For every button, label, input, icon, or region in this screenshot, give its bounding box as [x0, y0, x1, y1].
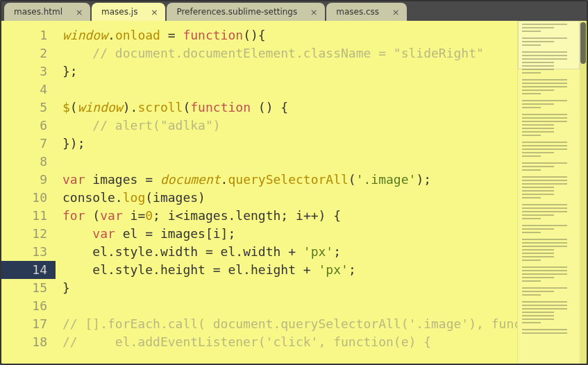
minimap-line — [522, 79, 567, 80]
code-line[interactable]: // el.addEventListener('click', function… — [56, 333, 517, 351]
minimap-line — [522, 173, 576, 174]
code-line[interactable]: // document.documentElement.className = … — [56, 44, 517, 62]
minimap-line — [522, 246, 567, 247]
minimap-line — [522, 103, 554, 105]
minimap-line — [522, 228, 554, 230]
minimap-line — [522, 24, 567, 25]
code-line[interactable]: // alert("adlka") — [56, 117, 517, 135]
minimap-line — [522, 145, 567, 146]
minimap-line — [522, 110, 576, 112]
line-number[interactable]: 11 — [1, 207, 56, 225]
minimap-line — [522, 117, 567, 119]
code-line[interactable]: }); — [56, 135, 517, 153]
minimap-line — [522, 287, 567, 289]
minimap-line — [522, 291, 554, 292]
minimap-line — [522, 312, 554, 313]
code-line[interactable]: var el = images[i]; — [56, 225, 517, 243]
minimap-line — [522, 148, 567, 150]
minimap[interactable] — [517, 21, 580, 364]
minimap-line — [522, 58, 567, 60]
close-icon[interactable]: × — [150, 8, 158, 16]
close-icon[interactable]: × — [392, 8, 400, 16]
minimap-line — [522, 319, 554, 320]
minimap-line — [522, 131, 554, 133]
minimap-line — [522, 325, 576, 327]
tab-bar: mases.html × mases.js × Preferences.subl… — [1, 1, 587, 21]
line-number[interactable]: 10 — [1, 189, 56, 207]
tab-preferences[interactable]: Preferences.sublime-settings × — [167, 3, 325, 21]
minimap-line — [522, 162, 567, 164]
line-number[interactable]: 9 — [1, 171, 56, 189]
minimap-line — [522, 235, 576, 237]
code-line[interactable] — [56, 297, 517, 315]
minimap-line — [522, 41, 554, 42]
tab-mases-html[interactable]: mases.html × — [4, 3, 90, 21]
line-number[interactable]: 13 — [1, 243, 56, 261]
minimap-line — [522, 225, 567, 226]
minimap-line — [522, 190, 554, 192]
minimap-line — [522, 263, 576, 264]
minimap-line — [522, 124, 554, 126]
minimap-line — [522, 62, 554, 63]
line-number[interactable]: 14 — [1, 261, 56, 279]
minimap-line — [522, 270, 567, 271]
minimap-line — [522, 93, 541, 94]
code-line[interactable]: window.onload = function(){ — [56, 26, 517, 44]
editor-area: 123456789101112131415161718 window.onloa… — [1, 21, 587, 364]
line-number[interactable]: 8 — [1, 153, 56, 171]
line-number[interactable]: 7 — [1, 135, 56, 153]
minimap-line — [522, 218, 541, 219]
minimap-line — [522, 204, 567, 205]
minimap-line — [522, 201, 576, 202]
minimap-line — [522, 315, 554, 316]
code-line[interactable]: el.style.height = el.height + 'px'; — [56, 261, 517, 279]
close-icon[interactable]: × — [75, 8, 83, 16]
minimap-line — [522, 187, 554, 188]
line-number[interactable]: 4 — [1, 80, 56, 99]
minimap-line — [522, 183, 567, 185]
minimap-line — [522, 214, 554, 216]
line-number[interactable]: 1 — [1, 26, 56, 44]
code-line[interactable]: }; — [56, 62, 517, 80]
minimap-line — [522, 232, 541, 233]
line-number[interactable]: 18 — [1, 333, 56, 351]
code-line[interactable]: el.style.width = el.width + 'px'; — [56, 243, 517, 261]
minimap-line — [522, 284, 576, 285]
close-icon[interactable]: × — [310, 8, 318, 16]
minimap-line — [522, 253, 554, 254]
code-line[interactable]: for (var i=0; i<images.length; i++) { — [56, 207, 517, 225]
code-line[interactable]: } — [56, 279, 517, 297]
code-line[interactable] — [56, 153, 517, 171]
code-line[interactable]: console.log(images) — [56, 189, 517, 207]
line-number[interactable]: 12 — [1, 225, 56, 243]
line-number-gutter[interactable]: 123456789101112131415161718 — [1, 21, 56, 364]
line-number[interactable]: 15 — [1, 279, 56, 297]
line-number[interactable]: 3 — [1, 62, 56, 80]
code-line[interactable] — [56, 80, 517, 99]
code-line[interactable]: // [].forEach.call( document.querySelect… — [56, 315, 517, 333]
minimap-line — [522, 211, 567, 212]
tab-mases-js[interactable]: mases.js × — [92, 3, 165, 21]
minimap-line — [522, 72, 541, 74]
code-line[interactable]: $(window).scroll(function () { — [56, 99, 517, 117]
scrollbar-thumb[interactable] — [580, 22, 586, 64]
tab-label: Preferences.sublime-settings — [176, 7, 297, 17]
line-number[interactable]: 5 — [1, 99, 56, 117]
minimap-line — [522, 280, 541, 282]
minimap-line — [522, 180, 567, 181]
minimap-line — [522, 90, 554, 91]
minimap-line — [522, 142, 567, 143]
minimap-line — [522, 301, 567, 303]
code-editor[interactable]: window.onload = function(){ // document.… — [56, 21, 517, 364]
tab-mases-css[interactable]: mases.css × — [326, 3, 407, 21]
minimap-line — [522, 114, 567, 115]
line-number[interactable]: 2 — [1, 44, 56, 62]
minimap-line — [522, 27, 554, 28]
tab-label: mases.css — [336, 7, 379, 17]
line-number[interactable]: 6 — [1, 117, 56, 135]
vertical-scrollbar[interactable] — [580, 21, 587, 364]
line-number[interactable]: 17 — [1, 315, 56, 333]
minimap-line — [522, 83, 567, 84]
line-number[interactable]: 16 — [1, 297, 56, 315]
code-line[interactable]: var images = document.querySelectorAll('… — [56, 171, 517, 189]
